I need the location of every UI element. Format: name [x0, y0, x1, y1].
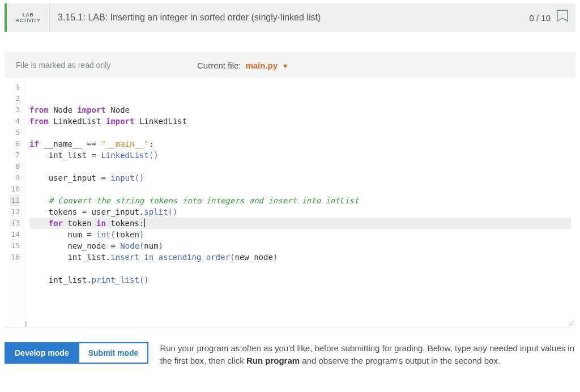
code-line — [29, 184, 571, 195]
lab-header: LAB ACTIVITY 3.15.1: LAB: Inserting an i… — [5, 3, 575, 32]
line-number: 12 — [10, 206, 20, 218]
line-number: 14 — [10, 229, 20, 240]
code-token: in — [96, 219, 106, 228]
code-token: "__main__" — [101, 139, 148, 148]
line-number: 5 — [10, 127, 20, 138]
code-token: int_list. — [29, 253, 110, 262]
line-number: 10 — [10, 184, 20, 195]
code-editor: 12345678910111213141516 from Node import… — [5, 78, 575, 327]
code-token: new_node — [234, 253, 272, 262]
chevron-down-icon: ▾ — [283, 61, 287, 70]
code-line: tokens = user_input.split() — [29, 206, 571, 218]
line-number: 2 — [10, 93, 20, 104]
code-line: num = int(token) — [29, 229, 571, 240]
current-file-name: main.py — [245, 61, 278, 70]
code-token: ( — [110, 230, 115, 239]
code-token: __name__ == — [39, 139, 101, 148]
code-token: from — [29, 117, 49, 126]
code-token: tokens = user_input. — [29, 207, 144, 216]
lab-activity-label: LAB ACTIVITY — [7, 3, 50, 32]
code-line: from LinkedList import LinkedList — [29, 116, 571, 127]
line-gutter: 12345678910111213141516 — [5, 78, 25, 327]
code-line: for token in tokens: — [29, 218, 571, 229]
file-bar: File is marked as read only Current file… — [5, 52, 575, 78]
code-token: if — [29, 139, 39, 148]
code-line: int_list.insert_in_ascending_order(new_n… — [29, 252, 571, 263]
line-number: 8 — [10, 161, 20, 172]
code-area[interactable]: from Node import Nodefrom LinkedList imp… — [25, 78, 575, 327]
code-token: insert_in_ascending_order — [110, 253, 230, 262]
code-token: new_node = — [29, 241, 120, 250]
line-number: 4 — [10, 116, 20, 127]
code-token: token — [63, 219, 96, 228]
code-token: input — [110, 173, 134, 182]
code-token: # Convert the string tokens into integer… — [49, 196, 359, 205]
line-number: 11 — [10, 195, 20, 206]
code-token: ) — [159, 241, 163, 250]
code-token: split — [144, 207, 168, 216]
code-line: new_node = Node(num) — [29, 240, 571, 252]
line-number: 6 — [10, 138, 20, 150]
code-token: from — [29, 105, 49, 114]
line-number: 16 — [10, 252, 20, 263]
code-token: import — [106, 117, 135, 126]
lab-label-line1: LAB — [23, 12, 33, 18]
line-number: 7 — [10, 150, 20, 161]
line-number: 1 — [10, 82, 20, 93]
code-line: int_list.print_list() — [29, 274, 571, 286]
bookmark-icon[interactable] — [556, 10, 569, 25]
hint-bold: Run program — [246, 356, 300, 365]
code-token: ) — [273, 253, 278, 262]
code-line: int_list = LinkedList() — [29, 150, 571, 161]
code-token: import — [77, 105, 106, 114]
readonly-message: File is marked as read only — [16, 61, 197, 70]
code-line: # Convert the string tokens into integer… — [29, 195, 571, 206]
code-token: LinkedList — [49, 117, 106, 126]
resize-handle-icon[interactable] — [567, 319, 574, 326]
code-token: int — [96, 230, 110, 239]
footer-row: Develop mode Submit mode Run your progra… — [5, 342, 575, 373]
code-token: Node — [49, 105, 78, 114]
code-token: : — [149, 139, 153, 148]
code-token: int_list = — [29, 151, 101, 160]
line-number: 15 — [10, 240, 20, 252]
line-number: 13 — [10, 218, 20, 229]
code-line: user_input = input() — [29, 172, 571, 184]
code-token: () — [168, 207, 177, 216]
code-token: print_list — [92, 275, 139, 284]
scrollbar-edge — [25, 321, 27, 327]
code-token: () — [149, 151, 159, 160]
text-cursor — [144, 219, 145, 227]
svg-line-1 — [571, 323, 574, 326]
hint-text: Run your program as often as you'd like,… — [160, 342, 575, 367]
mode-toggle: Develop mode Submit mode — [5, 342, 148, 367]
submit-mode-button[interactable]: Submit mode — [78, 342, 149, 364]
svg-line-0 — [568, 321, 574, 326]
lab-label-line2: ACTIVITY — [16, 18, 40, 23]
code-token: for — [49, 219, 63, 228]
code-token — [29, 196, 49, 205]
current-file-selector[interactable]: Current file: main.py ▾ — [197, 61, 287, 70]
code-token: tokens: — [106, 219, 144, 228]
code-token: num — [144, 241, 158, 250]
code-token: LinkedList — [101, 151, 148, 160]
line-number: 3 — [10, 104, 20, 116]
current-file-label: Current file: — [197, 61, 241, 70]
code-token: ) — [139, 230, 144, 239]
code-line — [29, 161, 571, 172]
code-line: from Node import Node — [29, 104, 571, 116]
code-line — [29, 263, 571, 274]
lab-score: 0 / 10 — [529, 13, 556, 23]
code-line: if __name__ == "__main__": — [29, 138, 571, 150]
code-token: Node — [106, 105, 130, 114]
develop-mode-button[interactable]: Develop mode — [5, 342, 78, 364]
code-token — [29, 219, 49, 228]
code-token: token — [116, 230, 139, 239]
code-line — [29, 127, 571, 138]
code-token: Node — [120, 241, 139, 250]
code-token: () — [139, 275, 149, 284]
code-token: LinkedList — [134, 117, 187, 126]
line-number: 9 — [10, 172, 20, 184]
code-token: int_list. — [29, 275, 92, 284]
code-token: num = — [29, 230, 96, 239]
